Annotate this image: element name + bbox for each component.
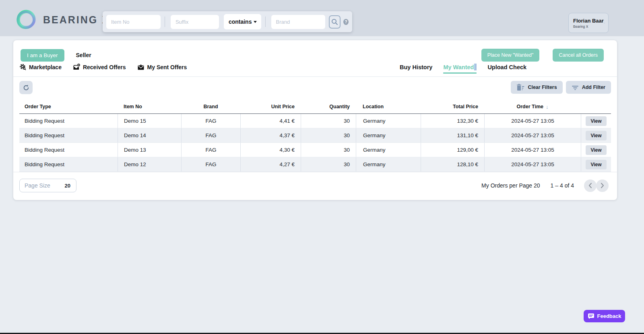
cell-order-type: Bidding Request [19,114,118,128]
app-logo[interactable]: BEARING X [14,8,110,32]
col-header-order-time[interactable]: Order Time ↓ [484,100,581,113]
cell-unit-price: 4,41 € [240,114,301,128]
add-filter-button[interactable]: Add Filter [566,81,611,94]
next-page-button[interactable] [596,179,609,192]
table-row: Bidding Request Demo 14 FAG 4,37 € 30 Ge… [19,128,611,143]
page-size-value: 20 [65,183,70,189]
cell-total-price: 132,30 € [421,114,484,128]
col-header-actions [581,100,611,113]
range-indicator: 1 – 4 of 4 [551,182,574,189]
tabs-row: Marketplace Received Offers My Sent Offe… [19,64,611,75]
feedback-button[interactable]: Feedback [584,310,625,322]
feedback-chat-icon [588,313,594,319]
table-row: Bidding Request Demo 13 FAG 4,30 € 30 Ge… [19,143,611,157]
tab-my-sent-offers[interactable]: My Sent Offers [137,64,187,70]
chevron-down-icon [604,21,605,25]
search-bar: contains ? [103,11,352,32]
tab-upload-check[interactable]: Upload Check [487,64,526,74]
clear-filters-icon [516,84,524,91]
cell-order-type: Bidding Request [19,143,118,157]
filter-row: Clear Filters Add Filter [19,81,611,94]
seller-toggle[interactable]: Seller [76,52,91,58]
table-row: Bidding Request Demo 15 FAG 4,41 € 30 Ge… [19,114,611,128]
pager-group: My Orders per Page 20 1 – 4 of 4 [481,179,609,192]
cell-unit-price: 4,30 € [240,143,301,157]
bearing-x-logo-icon [14,8,38,32]
cell-item-no: Demo 12 [118,157,181,171]
search-button[interactable] [329,15,341,29]
cell-brand: FAG [181,143,240,157]
tab-my-wanted[interactable]: My Wanted [443,64,477,74]
view-button[interactable]: View [586,145,607,155]
cell-quantity: 30 [301,143,356,157]
view-button[interactable]: View [586,116,607,126]
match-mode-select[interactable]: contains [224,14,261,29]
page-size-select[interactable]: Page Size 20 [19,179,76,192]
sent-offers-envelope-icon [137,64,144,70]
cell-location: Germany [356,128,421,142]
cell-quantity: 30 [301,114,356,128]
cell-quantity: 30 [301,128,356,142]
col-header-quantity[interactable]: Quantity [301,100,356,113]
right-tab-group: Buy History My Wanted Upload Check [400,64,526,74]
col-header-location[interactable]: Location [356,100,421,113]
view-button[interactable]: View [586,131,607,140]
cell-unit-price: 4,37 € [240,128,301,142]
cell-order-time: 2024-05-27 13:05 [484,157,581,171]
place-new-wanted-button[interactable]: Place New "Wanted" [481,49,540,62]
view-button[interactable]: View [586,160,607,169]
cell-item-no: Demo 14 [118,128,181,142]
col-header-brand[interactable]: Brand [181,100,240,113]
caret-down-icon [253,21,257,23]
cancel-all-orders-button[interactable]: Cancel all Orders [553,49,604,62]
user-company: Bearing X [573,25,604,29]
table-row: Bidding Request Demo 12 FAG 4,27 € 30 Ge… [19,157,611,172]
received-offers-inbox-icon [73,64,80,70]
col-header-total-price[interactable]: Total Price [421,100,484,113]
button-label: Add Filter [582,85,605,90]
filter-button-group: Clear Filters Add Filter [511,81,611,94]
cell-order-time: 2024-05-27 13:05 [484,143,581,157]
cell-brand: FAG [181,157,240,171]
tab-marketplace[interactable]: Marketplace [19,64,62,70]
cell-total-price: 129,00 € [421,143,484,157]
tab-label: My Sent Offers [147,64,187,70]
tab-received-offers[interactable]: Received Offers [73,64,126,70]
cell-location: Germany [356,114,421,128]
left-tab-group: Marketplace Received Offers My Sent Offe… [19,64,187,70]
tab-label: Received Offers [83,64,126,70]
add-filter-icon [572,84,579,91]
col-header-order-type[interactable]: Order Type [19,100,118,113]
cell-item-no: Demo 15 [118,114,181,128]
button-label: Feedback [597,313,621,319]
refresh-icon [23,84,30,91]
tab-buy-history[interactable]: Buy History [400,64,432,74]
cell-location: Germany [356,157,421,171]
text-cursor [474,64,477,70]
cell-item-no: Demo 13 [118,143,181,157]
cell-unit-price: 4,27 € [240,157,301,171]
orders-table: Order Type Item No Brand Unit Price Quan… [19,100,611,172]
sort-desc-icon: ↓ [546,104,549,110]
cell-brand: FAG [181,128,240,142]
col-header-item-no[interactable]: Item No [118,100,181,113]
item-no-input[interactable] [106,15,161,29]
match-mode-value: contains [229,19,252,25]
previous-page-button[interactable] [584,179,597,192]
cell-quantity: 30 [301,157,356,171]
cell-order-time: 2024-05-27 13:05 [484,114,581,128]
clear-filters-button[interactable]: Clear Filters [511,81,562,94]
suffix-input[interactable] [171,15,219,29]
col-header-unit-price[interactable]: Unit Price [240,100,301,113]
brand-input[interactable] [271,15,325,29]
help-icon[interactable]: ? [343,19,349,25]
cell-order-type: Bidding Request [19,157,118,171]
toolbar-row: I am a Buyer Seller Place New "Wanted" C… [21,47,604,63]
search-icon [331,19,338,25]
marketplace-gear-search-icon [19,64,26,70]
refresh-button[interactable] [19,81,33,94]
logo-wordmark: BEARING X [43,14,110,26]
user-menu[interactable]: Florian Baar Bearing X [568,13,609,33]
i-am-a-buyer-button[interactable]: I am a Buyer [21,49,64,62]
divider [265,16,266,27]
